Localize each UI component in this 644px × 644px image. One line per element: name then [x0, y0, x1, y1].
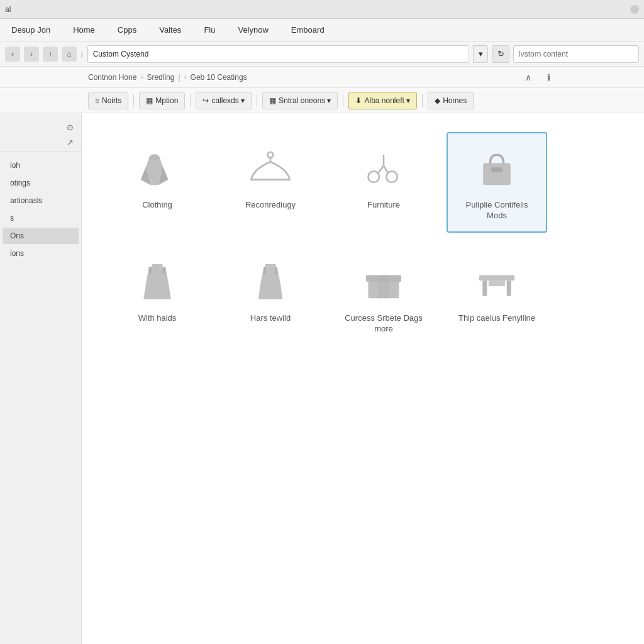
toolbar-icon-1: ▦	[146, 96, 153, 105]
toolbar-icon-0: ≡	[95, 96, 99, 105]
breadcrumb-info-button[interactable]: ℹ	[541, 70, 556, 85]
breadcrumb-current[interactable]: Geb 10 Ceatings	[191, 73, 247, 82]
forward-button[interactable]: ›	[24, 47, 39, 62]
sidebar: ⊙ ↗ iohotingsartionaslssOnsions	[0, 113, 82, 644]
category-item-reconrediugy[interactable]: Reconrediugy	[220, 132, 321, 233]
toolbar-btn-sntral-oneons[interactable]: ▦ Sntral oneons ▾	[262, 92, 338, 109]
toolbar-icon-5: ◆	[435, 96, 440, 105]
toolbar: ≡ Noirts▦ Mption↪ callexds ▾▦ Sntral one…	[0, 88, 644, 113]
title-bar: al	[0, 0, 644, 19]
toolbar-separator	[133, 94, 134, 107]
svg-line-6	[384, 166, 388, 173]
toolbar-icon-4: ⬇	[355, 96, 362, 105]
category-grid: Clothing Reconrediugy Furniture Puliplie…	[101, 126, 625, 352]
category-item-with-haids[interactable]: With haids	[107, 245, 208, 346]
address-bar: ‹ › ↑ ⌂ › ▾ ↻	[0, 42, 644, 67]
category-item-clothing[interactable]: Clothing	[107, 132, 208, 233]
menu-item-cpps[interactable]: Cpps	[114, 23, 140, 37]
toolbar-btn-homes[interactable]: ◆ Homes	[428, 92, 474, 109]
breadcrumb-bar: Contnon Hone › Sredling | › Geb 10 Ceati…	[0, 67, 644, 88]
breadcrumb-sredling[interactable]: Sredling	[147, 73, 174, 82]
svg-rect-11	[265, 264, 276, 267]
search-icon[interactable]: ⊙	[64, 121, 76, 133]
address-input[interactable]	[87, 45, 469, 63]
menu-bar: Desup JonHomeCppsValtesFluVelynowEmboard	[0, 19, 644, 42]
category-label-clothing: Clothing	[142, 200, 172, 211]
menu-item-emboard[interactable]: Emboard	[287, 23, 328, 37]
sidebar-icon-group: ⊙ ↗	[0, 118, 81, 152]
sidebar-item-s[interactable]: s	[3, 210, 79, 226]
svg-rect-14	[378, 275, 389, 298]
title-text: al	[5, 5, 628, 14]
breadcrumb-home[interactable]: Contnon Hone	[88, 73, 136, 82]
toolbar-separator	[190, 94, 191, 107]
category-icon-clothing	[132, 143, 182, 194]
svg-rect-15	[479, 275, 514, 280]
category-label-puliplie-contifeils-mods: Puliplie Contifeils Mods	[455, 200, 538, 221]
menu-item-desup-jon[interactable]: Desup Jon	[8, 23, 54, 37]
svg-rect-9	[491, 167, 502, 172]
category-item-curcess-srbete-dags-more[interactable]: Curcess Srbete Dags more	[333, 245, 434, 346]
category-label-furniture: Furniture	[367, 200, 400, 211]
category-item-puliplie-contifeils-mods[interactable]: Puliplie Contifeils Mods	[447, 132, 547, 233]
menu-item-home[interactable]: Home	[69, 23, 99, 37]
svg-line-5	[378, 166, 384, 173]
main-layout: ⊙ ↗ iohotingsartionaslssOnsions Clothing…	[0, 113, 644, 644]
category-item-thip-caelus-fenylline[interactable]: Thip caelus Fenylline	[447, 245, 547, 346]
sidebar-item-ions[interactable]: ions	[3, 245, 79, 262]
category-label-hars-tewild: Hars tewild	[250, 313, 291, 324]
breadcrumb-actions: ∧ ℹ	[521, 70, 556, 85]
category-label-reconrediugy: Reconrediugy	[245, 200, 296, 211]
category-label-thip-caelus-fenylline: Thip caelus Fenylline	[458, 313, 535, 324]
search-input[interactable]	[513, 45, 639, 63]
up-button[interactable]: ↑	[43, 47, 58, 62]
toolbar-btn-mption[interactable]: ▦ Mption	[139, 92, 185, 109]
category-icon-thip-caelus-fenylline	[472, 257, 522, 307]
toolbar-separator	[257, 94, 257, 107]
svg-rect-18	[489, 280, 505, 286]
sidebar-item-artionasls[interactable]: artionasls	[3, 192, 79, 209]
back-button[interactable]: ‹	[5, 47, 20, 62]
svg-rect-17	[507, 280, 511, 296]
category-item-hars-tewild[interactable]: Hars tewild	[220, 245, 321, 346]
sidebar-item-otings[interactable]: otings	[3, 175, 79, 191]
menu-item-velynow[interactable]: Velynow	[234, 23, 272, 37]
category-label-curcess-srbete-dags-more: Curcess Srbete Dags more	[342, 313, 425, 335]
close-btn[interactable]	[630, 5, 639, 14]
menu-item-flu[interactable]: Flu	[200, 23, 219, 37]
sidebar-item-ioh[interactable]: ioh	[3, 157, 79, 174]
category-icon-furniture	[358, 143, 409, 194]
toolbar-btn-alba-nonleft[interactable]: ⬇ Alba nonleft ▾	[348, 92, 417, 109]
path-chevron: ›	[80, 49, 84, 59]
breadcrumb-up-button[interactable]: ∧	[521, 70, 536, 85]
category-icon-curcess-srbete-dags-more	[358, 257, 409, 307]
toolbar-icon-2: ↪	[203, 96, 209, 105]
category-icon-hars-tewild	[245, 257, 296, 307]
svg-point-3	[369, 171, 380, 182]
toolbar-btn-noirts[interactable]: ≡ Noirts	[88, 92, 128, 109]
category-icon-puliplie-contifeils-mods	[472, 143, 522, 194]
sidebar-item-ons[interactable]: Ons	[3, 228, 79, 244]
refresh-button[interactable]: ↻	[492, 45, 509, 63]
category-icon-with-haids	[132, 257, 182, 307]
menu-item-valtes[interactable]: Valtes	[155, 23, 185, 37]
svg-rect-8	[483, 163, 511, 185]
address-dropdown[interactable]: ▾	[473, 45, 488, 63]
toolbar-btn-callexds[interactable]: ↪ callexds ▾	[196, 92, 252, 109]
toolbar-separator	[422, 94, 423, 107]
toolbar-icon-3: ▦	[269, 96, 276, 105]
category-icon-reconrediugy	[245, 143, 296, 194]
toolbar-separator	[343, 94, 343, 107]
svg-rect-10	[152, 264, 163, 267]
category-label-with-haids: With haids	[138, 313, 177, 324]
category-item-furniture[interactable]: Furniture	[333, 132, 434, 233]
arrow-icon[interactable]: ↗	[64, 136, 76, 148]
home-button[interactable]: ⌂	[62, 47, 77, 62]
svg-rect-16	[482, 280, 487, 296]
content-area: Clothing Reconrediugy Furniture Puliplie…	[82, 113, 644, 644]
